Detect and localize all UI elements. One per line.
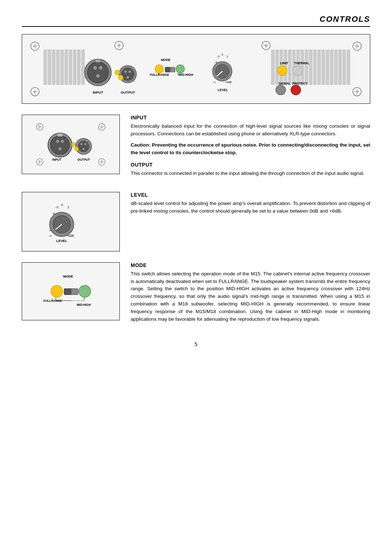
svg-rect-22: [61, 50, 64, 85]
svg-text:LEVEL: LEVEL: [56, 239, 67, 242]
svg-rect-45: [343, 50, 346, 85]
svg-rect-42: [330, 50, 333, 85]
top-panel-diagram: INPUT OUTPUT MODE FULLRANGE MID-HIGH -3 …: [22, 34, 370, 104]
svg-rect-44: [339, 50, 342, 85]
svg-text:+6dB: +6dB: [225, 81, 232, 84]
svg-text:MID-HIGH: MID-HIGH: [77, 303, 91, 307]
svg-text:2: 2: [68, 205, 69, 209]
svg-rect-27: [82, 50, 85, 85]
svg-rect-46: [347, 50, 350, 85]
svg-point-51: [96, 74, 100, 78]
input-output-section: INPUT OUTPUT INPUT Electronically balanc…: [22, 115, 370, 181]
svg-point-92: [291, 85, 301, 95]
svg-rect-65: [165, 67, 170, 72]
svg-rect-137: [64, 288, 71, 295]
svg-point-66: [176, 65, 184, 73]
svg-rect-24: [69, 50, 72, 85]
svg-point-109: [58, 147, 61, 150]
svg-rect-18: [44, 50, 47, 85]
svg-rect-40: [322, 50, 325, 85]
level-heading: LEVEL: [131, 192, 370, 198]
page-title: CONTROLS: [320, 15, 370, 24]
level-body: dB-scaled level control for adjusting th…: [131, 200, 370, 215]
svg-text:2: 2: [226, 55, 228, 58]
svg-rect-39: [318, 50, 321, 85]
mode-diagram: MODE FULLRANGE MID-HIGH: [22, 262, 120, 320]
svg-point-59: [118, 75, 123, 80]
svg-text:FULLRANGE: FULLRANGE: [44, 299, 62, 303]
svg-text:-3: -3: [217, 55, 220, 58]
svg-rect-25: [73, 50, 76, 85]
svg-rect-28: [271, 50, 274, 85]
mode-diagram-svg: MODE FULLRANGE MID-HIGH: [31, 271, 111, 311]
svg-text:PROTECT: PROTECT: [292, 82, 307, 85]
svg-text:0: 0: [221, 53, 223, 56]
svg-text:-∞: -∞: [49, 234, 52, 237]
mode-section: MODE FULLRANGE MID-HIGH MODE This switch…: [22, 262, 370, 327]
svg-rect-23: [65, 50, 68, 85]
svg-text:INPUT: INPUT: [93, 90, 103, 94]
svg-point-56: [128, 70, 131, 73]
output-body: This connector is connected in parallel …: [131, 170, 370, 177]
panel-svg: INPUT OUTPUT MODE FULLRANGE MID-HIGH -3 …: [28, 38, 364, 100]
svg-point-58: [115, 70, 120, 75]
svg-rect-36: [305, 50, 308, 85]
svg-point-115: [83, 148, 85, 150]
page-number: 5: [22, 341, 370, 347]
input-output-text: INPUT Electronically balanced input for …: [131, 115, 370, 181]
page-header: CONTROLS: [22, 15, 370, 27]
svg-point-88: [293, 66, 302, 75]
svg-point-117: [74, 147, 78, 151]
level-diagram-svg: -3 0 2 -6 · -12 4 -24 -∞ +6dB LEVEL: [34, 198, 107, 245]
svg-text:OUTPUT: OUTPUT: [78, 158, 90, 161]
svg-point-135: [51, 285, 63, 297]
svg-point-55: [124, 70, 127, 73]
svg-text:MODE: MODE: [63, 274, 73, 278]
mode-body: This switch allows selecting the operati…: [131, 270, 370, 323]
svg-point-48: [87, 62, 109, 83]
svg-rect-21: [56, 50, 60, 85]
svg-point-107: [56, 140, 59, 143]
svg-rect-19: [48, 50, 51, 85]
svg-rect-37: [309, 50, 313, 85]
svg-rect-26: [77, 50, 81, 85]
svg-point-86: [277, 66, 287, 75]
svg-point-138: [79, 285, 91, 297]
svg-text:INPUT: INPUT: [52, 158, 61, 161]
svg-text:0: 0: [61, 203, 63, 207]
svg-text:LEVEL: LEVEL: [218, 88, 228, 92]
svg-point-112: [78, 141, 89, 152]
input-body: Electronically balanced input for the co…: [131, 123, 370, 138]
svg-text:-∞: -∞: [213, 81, 216, 84]
svg-rect-32: [288, 50, 291, 85]
svg-rect-29: [275, 50, 279, 85]
svg-text:MODE: MODE: [161, 58, 171, 62]
svg-point-106: [50, 136, 69, 155]
svg-rect-110: [57, 134, 63, 136]
svg-rect-43: [334, 50, 338, 85]
svg-text:-3: -3: [56, 205, 58, 209]
output-heading: OUTPUT: [131, 162, 370, 168]
svg-rect-38: [313, 50, 317, 85]
svg-point-63: [155, 65, 163, 73]
svg-text:OUTPUT: OUTPUT: [121, 90, 135, 94]
svg-text:MID-HIGH: MID-HIGH: [179, 73, 193, 77]
svg-rect-52: [95, 59, 101, 62]
svg-point-57: [127, 76, 129, 79]
svg-point-49: [93, 66, 97, 70]
mode-text: MODE This switch allows selecting the op…: [131, 262, 370, 327]
svg-text:THERMAL: THERMAL: [294, 61, 310, 65]
svg-point-54: [122, 68, 134, 81]
input-caution: Caution: Preventing the occurrence of sp…: [131, 141, 370, 157]
svg-point-113: [81, 143, 83, 145]
svg-point-116: [72, 142, 75, 146]
svg-point-50: [99, 66, 103, 70]
svg-text:FULLRANGE: FULLRANGE: [150, 73, 170, 77]
svg-text:LIMIT: LIMIT: [280, 61, 289, 65]
svg-point-114: [85, 143, 87, 145]
level-text: LEVEL dB-scaled level control for adjust…: [131, 192, 370, 219]
svg-point-90: [276, 85, 286, 95]
svg-point-108: [61, 140, 64, 143]
connector-diagram-svg: INPUT OUTPUT: [31, 121, 111, 168]
input-heading: INPUT: [131, 115, 370, 120]
